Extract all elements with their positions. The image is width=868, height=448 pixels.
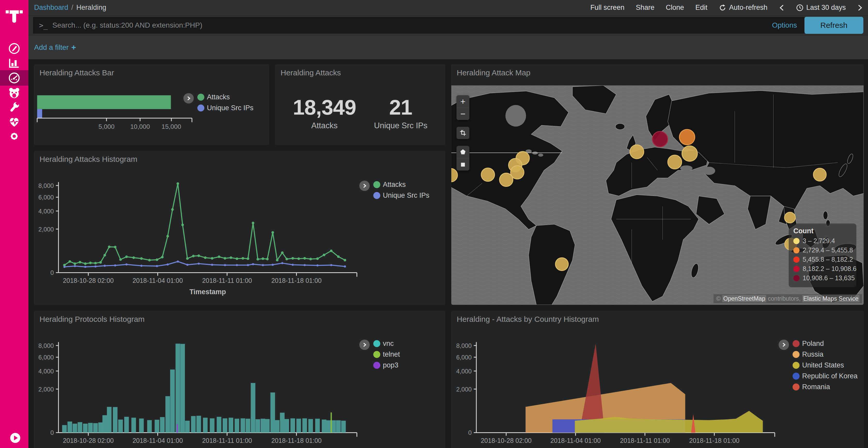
breadcrumb-current: Heralding (76, 4, 106, 12)
map-point[interactable] (500, 173, 513, 186)
bear-icon (7, 86, 21, 100)
svg-text:2018-11-18 01:00: 2018-11-18 01:00 (271, 277, 322, 284)
legend-item[interactable]: United States (793, 361, 858, 369)
telekom-logo[interactable] (5, 6, 24, 24)
legend-item[interactable]: Republic of Korea (793, 372, 858, 380)
metric-attacks: 18,349 Attacks (293, 95, 356, 130)
map-zoom-in-button[interactable]: + (457, 95, 469, 108)
metric-label: Attacks (293, 121, 356, 130)
legend-toggle-button[interactable] (183, 93, 194, 103)
map-fit-bounds-button[interactable] (457, 127, 469, 139)
sidebar-nav (0, 41, 28, 143)
legend-item[interactable]: vnc (373, 340, 400, 348)
map-point[interactable] (784, 212, 796, 223)
breadcrumb-separator: / (71, 4, 73, 12)
sidebar-item-management[interactable] (0, 129, 28, 143)
svg-text:2018-11-04 01:00: 2018-11-04 01:00 (551, 437, 601, 444)
sidebar-item-visualize[interactable] (0, 56, 28, 70)
polygon-icon (459, 148, 467, 156)
panel-attacks-histogram: Heralding Attacks Histogram 02,0004,0006… (34, 150, 445, 305)
legend-item[interactable]: telnet (373, 350, 400, 358)
legend-item[interactable]: pop3 (373, 361, 400, 369)
search-input[interactable] (53, 21, 765, 29)
svg-text:Timestamp: Timestamp (189, 288, 226, 296)
legend-toggle-button[interactable] (779, 340, 789, 350)
sidebar-item-discover[interactable] (0, 41, 28, 56)
legend-item[interactable]: Unique Src IPs (197, 104, 253, 112)
breadcrumb-dashboard-link[interactable]: Dashboard (34, 4, 68, 12)
protocols-histogram-chart: 02,0004,0006,0008,0002018-10-28 02:00201… (34, 311, 445, 448)
map-point[interactable] (555, 258, 568, 271)
chart-svg: 02,0004,0006,0008,0002018-10-28 02:00201… (34, 311, 445, 448)
time-forward-chevron-icon[interactable] (857, 4, 863, 12)
map-point[interactable] (679, 129, 695, 145)
svg-text:2018-11-18 01:00: 2018-11-18 01:00 (271, 437, 322, 444)
map-draw-polygon-button[interactable] (457, 146, 469, 158)
map-controls: + − (457, 95, 469, 171)
map-point[interactable] (813, 168, 826, 181)
metric-value: 18,349 (293, 95, 356, 119)
clone-button[interactable]: Clone (666, 4, 684, 12)
ems-link[interactable]: Elastic Maps Service (802, 295, 860, 302)
map-point[interactable] (630, 145, 644, 159)
svg-text:8,000: 8,000 (38, 182, 54, 189)
sidebar-item-monitoring[interactable] (0, 114, 28, 129)
search-options-link[interactable]: Options (772, 21, 797, 29)
sidebar-item-devtools[interactable] (0, 100, 28, 114)
edit-button[interactable]: Edit (695, 4, 708, 12)
svg-text:5,000: 5,000 (98, 123, 115, 130)
metric-group: 18,349 Attacks 21 Unique Src IPs (275, 95, 445, 130)
auto-refresh-button[interactable]: Auto-refresh (719, 4, 768, 12)
share-button[interactable]: Share (636, 4, 654, 12)
search-box: >_ Options (33, 17, 804, 34)
legend-toggle-button[interactable] (359, 340, 370, 350)
time-back-chevron-icon[interactable] (779, 4, 784, 12)
add-filter-link[interactable]: Add a filter + (34, 43, 76, 52)
map-point[interactable] (481, 168, 495, 181)
search-row: >_ Options Refresh (28, 15, 868, 35)
world-map[interactable]: + − (451, 85, 864, 305)
collapse-nav-button[interactable] (9, 432, 21, 444)
sidebar-item-honeypot[interactable] (0, 86, 28, 100)
full-screen-button[interactable]: Full screen (590, 4, 624, 12)
map-legend-row: 2,729.4 – 5,455.8 (793, 246, 852, 254)
svg-text:6,000: 6,000 (456, 354, 472, 361)
heart-pulse-icon (7, 115, 21, 129)
panel-title: Heralding Attacks (281, 68, 341, 77)
svg-text:2018-11-18 01:00: 2018-11-18 01:00 (689, 437, 740, 444)
legend-item[interactable]: Poland (793, 340, 858, 348)
refresh-button[interactable]: Refresh (804, 17, 863, 34)
svg-text:4,000: 4,000 (38, 208, 54, 215)
panel-title: Heralding Attack Map (457, 68, 530, 77)
legend-item[interactable]: Unique Src IPs (373, 192, 429, 200)
top-navbar: Dashboard / Heralding Full screen Share … (28, 0, 868, 15)
map-draw-rect-button[interactable] (457, 158, 469, 171)
legend-item[interactable]: Attacks (197, 93, 253, 101)
map-point[interactable] (652, 131, 668, 147)
legend-item[interactable]: Attacks (373, 181, 429, 188)
map-zoom-out-button[interactable]: − (457, 108, 469, 120)
square-icon (459, 161, 467, 169)
legend-item[interactable]: Russia (793, 350, 858, 358)
map-point[interactable] (668, 155, 682, 169)
osm-link[interactable]: OpenStreetMap (722, 295, 766, 302)
sidebar-item-dashboard[interactable] (0, 70, 28, 86)
svg-text:2018-11-04 01:00: 2018-11-04 01:00 (132, 277, 183, 284)
svg-text:0: 0 (51, 429, 54, 436)
map-point[interactable] (682, 146, 698, 161)
svg-text:2,000: 2,000 (456, 386, 472, 393)
chart-legend: Poland Russia United States Republic of … (779, 340, 858, 391)
legend-item[interactable]: Romania (793, 383, 858, 391)
legend-toggle-button[interactable] (359, 181, 370, 191)
topnav-actions: Full screen Share Clone Edit Auto-refres… (590, 4, 863, 12)
time-range-picker[interactable]: Last 30 days (796, 4, 846, 12)
panel-attacks-bar: Heralding Attacks Bar 5,00010,00015,000 … (34, 64, 270, 145)
chart-legend: vnc telnet pop3 (359, 340, 400, 369)
map-attribution: © OpenStreetMap contributors, Elastic Ma… (714, 294, 862, 303)
wrench-icon (7, 100, 21, 114)
map-legend-row: 5,455.8 – 8,182.2 (793, 256, 852, 263)
svg-text:15,000: 15,000 (161, 123, 181, 130)
clock-icon (796, 4, 804, 12)
svg-text:6,000: 6,000 (38, 354, 54, 361)
attacks-histogram-chart: 02,0004,0006,0008,0002018-10-28 02:00201… (34, 151, 445, 305)
